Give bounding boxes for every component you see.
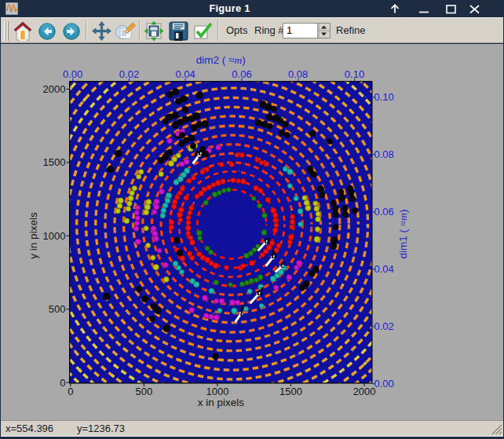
svg-text:c: c	[280, 258, 286, 270]
svg-text:0.06: 0.06	[232, 68, 251, 80]
svg-text:y in pixels: y in pixels	[27, 212, 39, 259]
svg-text:0.00: 0.00	[63, 68, 82, 80]
svg-text:500: 500	[49, 303, 66, 315]
svg-text:0.08: 0.08	[288, 68, 308, 80]
svg-text:0.04: 0.04	[176, 68, 195, 80]
svg-text:500: 500	[136, 386, 153, 397]
svg-text:a: a	[265, 233, 271, 246]
svg-text:2000: 2000	[43, 83, 66, 95]
svg-text:0.08: 0.08	[374, 148, 394, 160]
svg-text:1000: 1000	[206, 386, 228, 397]
svg-text:b: b	[272, 248, 278, 261]
svg-text:0.06: 0.06	[374, 206, 394, 218]
svg-text:0.02: 0.02	[119, 68, 139, 80]
svg-text:0.04: 0.04	[374, 263, 394, 275]
svg-text:0: 0	[60, 377, 65, 389]
svg-text:dim2 ( ≈m): dim2 ( ≈m)	[196, 54, 246, 66]
svg-text:2000: 2000	[353, 386, 376, 397]
svg-text:0: 0	[68, 386, 73, 397]
svg-text:1500: 1500	[43, 156, 66, 168]
svg-text:x in pixels: x in pixels	[198, 397, 245, 408]
svg-text:0.00: 0.00	[374, 378, 394, 390]
svg-text:1500: 1500	[279, 386, 302, 397]
svg-text:1000: 1000	[43, 230, 66, 242]
svg-text:0.10: 0.10	[345, 68, 364, 80]
svg-text:0.02: 0.02	[374, 320, 394, 332]
svg-text:d: d	[257, 285, 264, 298]
svg-text:0.10: 0.10	[374, 91, 394, 103]
svg-text:dim1 ( ≈m): dim1 ( ≈m)	[397, 210, 409, 259]
svg-text:g: g	[198, 145, 205, 158]
